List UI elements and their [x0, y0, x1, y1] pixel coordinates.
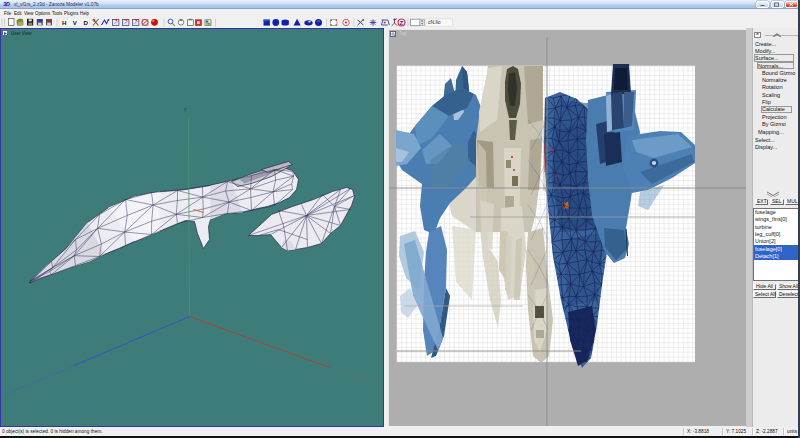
svg-text:Y: Y [184, 107, 188, 113]
svg-text:Z: Z [400, 20, 404, 26]
svg-text:D: D [83, 19, 88, 26]
svg-text:H: H [62, 19, 67, 26]
svg-text:cN.llo: cN.llo [428, 19, 441, 25]
